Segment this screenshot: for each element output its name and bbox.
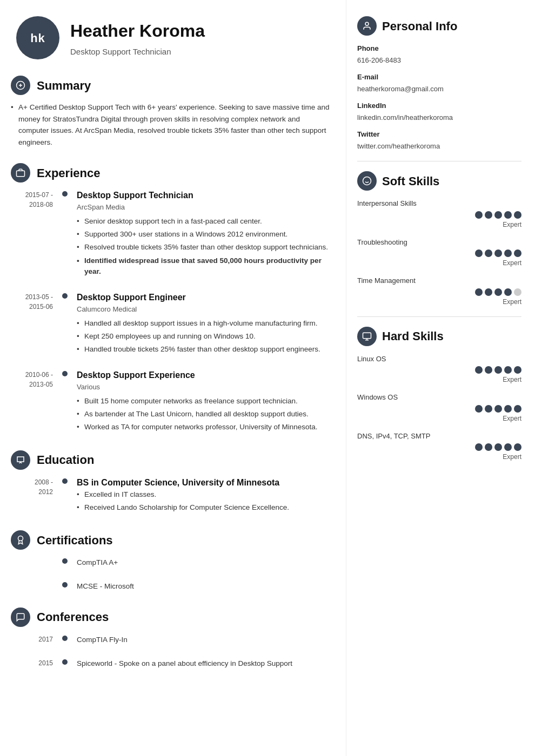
timeline-dot-col (59, 580, 70, 592)
experience-title: Experience (37, 164, 100, 182)
skill-name: Interpersonal Skills (357, 198, 521, 209)
timeline-dot (62, 293, 68, 299)
degree-title: BS in Computer Science, University of Mi… (77, 476, 330, 489)
bullet-item: Identified widespread issue that saved 5… (77, 255, 330, 278)
svg-point-6 (363, 177, 371, 185)
svg-rect-3 (17, 171, 25, 177)
bullet-item: Built 15 home computer networks as freel… (77, 396, 330, 407)
skill-dot (504, 288, 512, 296)
hard-skills-header: Hard Skills (357, 327, 521, 346)
timeline-dot-col (59, 556, 70, 568)
timeline-dot-col (59, 189, 70, 279)
timeline-content: Desktop Support Technician ArcSpan Media… (70, 189, 330, 279)
timeline-content: Desktop Support Experience Various Built… (70, 369, 330, 435)
svg-point-5 (365, 22, 369, 25)
svg-rect-9 (363, 333, 371, 339)
skill-dot (494, 249, 502, 257)
experience-item: 2013-05 -2015-06 Desktop Support Enginee… (11, 291, 330, 357)
conf-text-content: Spiceworld - Spoke on a panel about effi… (70, 657, 330, 669)
skill-dot (504, 211, 512, 219)
job-company: Various (77, 382, 330, 393)
education-section-header: Education (11, 450, 330, 470)
education-item: 2008 -2012 BS in Computer Science, Unive… (11, 476, 330, 516)
skill-level: Expert (357, 220, 521, 230)
skill-dot (514, 443, 521, 451)
cert-item: CompTIA A+ (11, 556, 330, 568)
education-icon (11, 450, 30, 470)
personal-info-title: Personal Info (382, 17, 457, 35)
bullet-item: As bartender at The Last Unicorn, handle… (77, 409, 330, 420)
personal-info-icon (357, 16, 377, 36)
skill-dots (357, 366, 521, 374)
skill-level: Expert (357, 258, 521, 268)
cert-text-content: MCSE - Microsoft (70, 580, 330, 592)
info-field: E-mail heatherkoroma@gmail.com (357, 72, 521, 94)
experience-icon (11, 163, 30, 183)
skill-dots (357, 211, 521, 219)
cert-date (11, 580, 59, 592)
bullet-item: Resolved trouble tickets 35% faster than… (77, 242, 330, 253)
info-value: twitter.com/heatherkoroma (357, 141, 521, 152)
certifications-section-header: Certifications (11, 530, 330, 550)
skill-dot (475, 288, 483, 296)
skill-level: Expert (357, 414, 521, 423)
conference-item: 2017 CompTIA Fly-In (11, 633, 330, 645)
certifications-title: Certifications (37, 531, 113, 549)
header-section: hk Heather Koroma Desktop Support Techni… (11, 16, 330, 59)
bullet-list: Built 15 home computer networks as freel… (77, 396, 330, 433)
info-label: E-mail (357, 72, 521, 83)
info-field: Twitter twitter.com/heatherkoroma (357, 129, 521, 151)
experience-section-header: Experience (11, 163, 330, 183)
info-field: LinkedIn linkedin.com/in/heatherkoroma (357, 100, 521, 123)
info-value: heatherkoroma@gmail.com (357, 84, 521, 94)
skill-dot (514, 366, 521, 374)
conf-text: Spiceworld - Spoke on a panel about effi… (77, 657, 330, 669)
timeline-dot-col (59, 369, 70, 435)
timeline-date: 2015-07 -2018-08 (11, 189, 59, 279)
skill-dot (475, 405, 483, 413)
timeline-dot-col (59, 657, 70, 669)
skill-name: Linux OS (357, 354, 521, 364)
job-company: ArcSpan Media (77, 202, 330, 213)
bullet-list: Senior desktop support tech in a fast-pa… (77, 216, 330, 277)
skill-item: Troubleshooting Expert (357, 237, 521, 268)
cert-date (11, 556, 59, 568)
skill-level: Expert (357, 375, 521, 384)
skill-name: Windows OS (357, 392, 521, 403)
conferences-section-header: Conferences (11, 608, 330, 627)
timeline-date: 2010-06 -2013-05 (11, 369, 59, 435)
info-label: Twitter (357, 129, 521, 140)
skill-dots (357, 405, 521, 413)
timeline-date: 2013-05 -2015-06 (11, 291, 59, 357)
skill-dot (514, 249, 521, 257)
soft-skills-list: Interpersonal Skills Expert Troubleshoot… (357, 198, 521, 307)
summary-icon (11, 76, 30, 95)
skill-dot (485, 366, 492, 374)
timeline-content: BS in Computer Science, University of Mi… (70, 476, 330, 516)
timeline-dot (62, 371, 68, 376)
info-value: 616-206-8483 (357, 55, 521, 66)
timeline-dot-col (59, 476, 70, 516)
candidate-title: Desktop Support Technician (70, 46, 205, 58)
timeline-dot (62, 478, 68, 484)
timeline-content: Desktop Support Engineer Calumcoro Medic… (70, 291, 330, 357)
svg-point-4 (18, 536, 23, 541)
skill-dot (504, 405, 512, 413)
header-text: Heather Koroma Desktop Support Technicia… (70, 18, 205, 58)
summary-text: A+ Certified Desktop Support Tech with 6… (11, 102, 330, 148)
soft-skills-header: Soft Skills (357, 171, 521, 191)
conference-item: 2015 Spiceworld - Spoke on a panel about… (11, 657, 330, 669)
timeline-dot-col (59, 291, 70, 357)
cert-text: MCSE - Microsoft (77, 580, 330, 592)
conferences-title: Conferences (37, 608, 109, 626)
conf-date: 2017 (11, 633, 59, 645)
skill-dot (485, 249, 492, 257)
skill-dot (494, 405, 502, 413)
info-label: Phone (357, 43, 521, 54)
left-column: hk Heather Koroma Desktop Support Techni… (0, 0, 346, 756)
experience-item: 2010-06 -2013-05 Desktop Support Experie… (11, 369, 330, 435)
bullet-item: Kept 250 employees up and running on Win… (77, 331, 330, 342)
candidate-name: Heather Koroma (70, 18, 205, 44)
job-title: Desktop Support Engineer (77, 291, 330, 304)
skill-dot (475, 443, 483, 451)
